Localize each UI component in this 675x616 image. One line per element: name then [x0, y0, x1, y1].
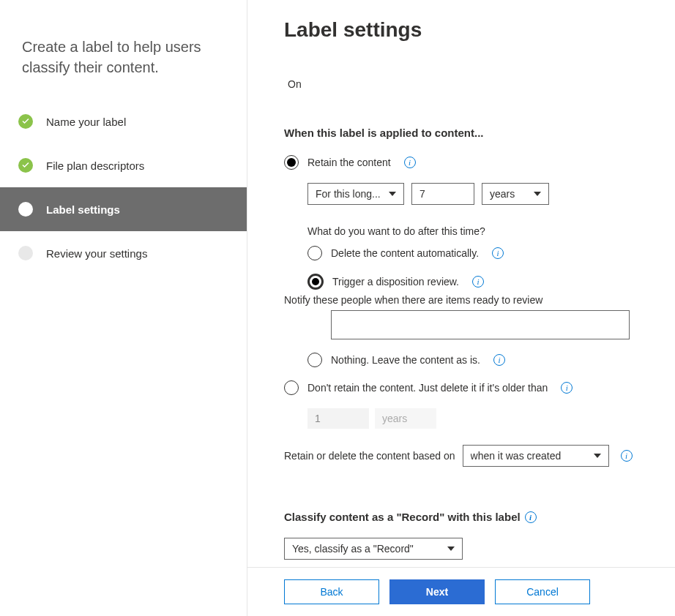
- next-button[interactable]: Next: [389, 579, 485, 604]
- step-label-settings[interactable]: Label settings: [0, 187, 247, 231]
- classify-record-select[interactable]: Yes, classify as a "Record": [284, 538, 463, 560]
- pending-step-icon: [18, 246, 33, 260]
- back-button[interactable]: Back: [284, 579, 379, 604]
- info-icon[interactable]: i: [472, 276, 484, 288]
- info-icon[interactable]: i: [493, 354, 505, 366]
- duration-mode-select[interactable]: For this long...: [307, 183, 404, 205]
- radio-icon[interactable]: [284, 155, 299, 170]
- option-nothing[interactable]: Nothing. Leave the content as is. i: [307, 353, 638, 367]
- check-icon: [18, 114, 33, 129]
- page-title: Label settings: [284, 18, 638, 42]
- step-review-settings[interactable]: Review your settings: [0, 231, 247, 275]
- option-delete-auto[interactable]: Delete the content automatically. i: [307, 246, 638, 260]
- info-icon[interactable]: i: [525, 511, 537, 523]
- when-applied-heading: When this label is applied to content...: [284, 127, 638, 139]
- radio-icon[interactable]: [307, 246, 322, 260]
- radio-icon[interactable]: [307, 353, 322, 367]
- option-retain[interactable]: Retain the content i: [284, 155, 638, 170]
- info-icon[interactable]: i: [621, 450, 633, 462]
- dont-retain-value-input: [307, 408, 369, 429]
- option-dont-retain[interactable]: Don't retain the content. Just delete it…: [284, 380, 638, 395]
- duration-value-input[interactable]: [411, 183, 474, 205]
- duration-unit-select[interactable]: years: [482, 183, 549, 205]
- sidebar-header: Create a label to help users classify th…: [0, 37, 247, 99]
- info-icon[interactable]: i: [492, 247, 504, 259]
- wizard-footer: Back Next Cancel: [247, 567, 675, 616]
- record-section-title: Classify content as a "Record" with this…: [284, 511, 638, 523]
- step-label: Review your settings: [46, 247, 147, 260]
- radio-icon[interactable]: [284, 380, 299, 395]
- cancel-button[interactable]: Cancel: [495, 579, 590, 604]
- notify-people-input[interactable]: [331, 310, 630, 339]
- step-label: Name your label: [46, 116, 126, 128]
- current-step-icon: [18, 202, 33, 217]
- based-on-select[interactable]: when it was created: [463, 445, 609, 467]
- radio-icon[interactable]: [307, 274, 324, 290]
- based-on-label: Retain or delete the content based on: [284, 450, 455, 462]
- after-time-question: What do you want to do after this time?: [307, 225, 638, 237]
- check-icon: [18, 158, 33, 173]
- option-trigger-disposition[interactable]: Trigger a disposition review. i: [307, 274, 638, 290]
- step-label: File plan descriptors: [46, 159, 144, 172]
- main-content: Label settings On When this label is app…: [247, 0, 675, 567]
- radio-label: Delete the content automatically.: [331, 247, 479, 259]
- info-icon[interactable]: i: [404, 157, 416, 168]
- notify-label: Notify these people when there are items…: [284, 294, 638, 306]
- step-file-plan-descriptors[interactable]: File plan descriptors: [0, 143, 247, 187]
- dont-retain-unit-select: years: [375, 408, 436, 429]
- radio-label: Don't retain the content. Just delete it…: [307, 382, 548, 394]
- retention-toggle-state: On: [284, 78, 638, 90]
- radio-label: Retain the content: [307, 157, 391, 168]
- info-icon[interactable]: i: [561, 382, 573, 394]
- step-name-your-label[interactable]: Name your label: [0, 99, 247, 143]
- radio-label: Nothing. Leave the content as is.: [331, 354, 480, 366]
- step-label: Label settings: [46, 203, 120, 216]
- radio-label: Trigger a disposition review.: [332, 276, 459, 288]
- wizard-sidebar: Create a label to help users classify th…: [0, 0, 247, 616]
